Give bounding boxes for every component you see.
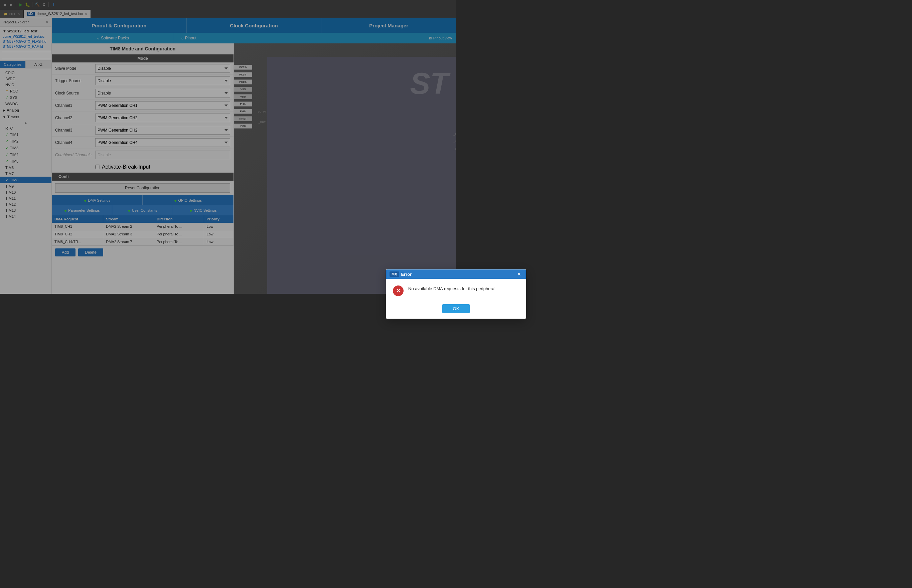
dialog-title-left: MX Error bbox=[390, 271, 412, 277]
error-dialog: MX Error ✕ ✕ No available DMA requests f… bbox=[386, 269, 456, 294]
dialog-body: ✕ No available DMA requests for this per… bbox=[386, 279, 456, 294]
dialog-mx-badge: MX bbox=[390, 271, 399, 277]
dialog-title-bar: MX Error ✕ bbox=[386, 270, 456, 279]
error-message: No available DMA requests for this perip… bbox=[408, 286, 456, 292]
error-icon: ✕ bbox=[393, 286, 404, 294]
error-overlay: MX Error ✕ ✕ No available DMA requests f… bbox=[0, 0, 456, 294]
dialog-title-label: Error bbox=[401, 272, 412, 277]
